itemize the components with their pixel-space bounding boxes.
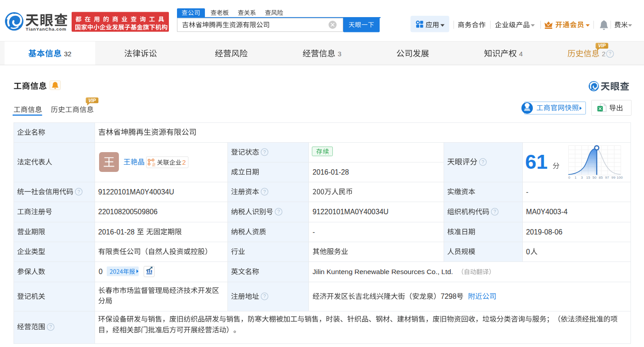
svg-text:-: -	[526, 188, 528, 196]
svg-text:VIP: VIP	[88, 98, 96, 103]
svg-text:220108200509806: 220108200509806	[98, 208, 158, 216]
svg-text:?: ?	[49, 324, 52, 329]
svg-text:2: 2	[182, 159, 186, 166]
svg-text:2016-01-28: 2016-01-28	[313, 168, 349, 176]
svg-text:2019-08-06: 2019-08-06	[526, 228, 562, 236]
svg-text:VIP: VIP	[598, 43, 606, 48]
svg-text:7298: 7298	[440, 293, 456, 300]
svg-text:?: ?	[277, 209, 280, 214]
svg-text:?: ?	[263, 149, 266, 155]
svg-text:15: 15	[586, 176, 590, 180]
svg-text:2: 2	[602, 50, 605, 58]
svg-text:50: 50	[593, 176, 597, 180]
svg-text:?: ?	[609, 51, 612, 56]
svg-text:MA0Y4003-4: MA0Y4003-4	[526, 208, 567, 216]
svg-text:?: ?	[263, 293, 266, 299]
svg-text:99: 99	[612, 176, 616, 180]
svg-text:?: ?	[263, 189, 266, 194]
svg-text:91220101MA0Y40034U: 91220101MA0Y40034U	[313, 208, 389, 216]
svg-text:TianYanCha.com: TianYanCha.com	[26, 27, 67, 32]
svg-text:32: 32	[64, 50, 72, 58]
svg-text:?: ?	[77, 189, 80, 194]
svg-text:0: 0	[99, 268, 103, 275]
svg-text:3: 3	[581, 176, 583, 180]
svg-text:100: 100	[617, 176, 623, 180]
svg-text:3: 3	[338, 50, 341, 58]
svg-text:-: -	[313, 228, 315, 236]
svg-text:?: ?	[494, 209, 496, 214]
svg-text:85: 85	[599, 176, 603, 180]
svg-text:0: 0	[568, 176, 571, 180]
svg-text:?: ?	[481, 159, 484, 165]
svg-text:4: 4	[519, 50, 523, 58]
svg-text:1: 1	[575, 176, 577, 180]
svg-text:2016-01-28: 2016-01-28	[98, 228, 135, 236]
svg-text:91220101MA0Y40034U: 91220101MA0Y40034U	[98, 188, 174, 196]
svg-text:Jilin Kunteng Renewable Resour: Jilin Kunteng Renewable Resources Co., L…	[313, 268, 453, 275]
svg-text:0: 0	[526, 248, 530, 256]
svg-text:97: 97	[605, 176, 609, 180]
svg-text:61: 61	[525, 150, 548, 173]
